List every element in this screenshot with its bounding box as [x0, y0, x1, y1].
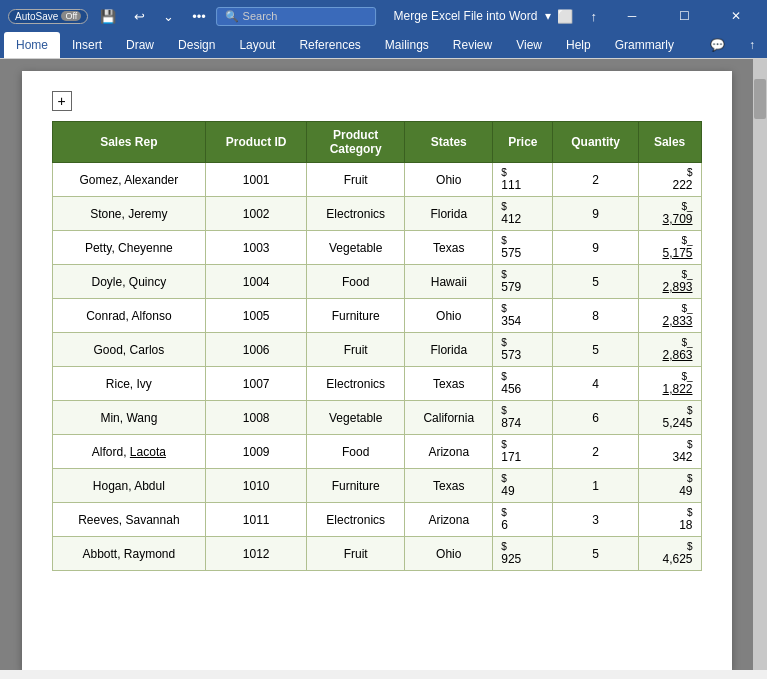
cell-sales-rep: Rice, Ivy: [52, 367, 206, 401]
document-area: + Sales Rep Product ID ProductCategory S…: [0, 59, 767, 670]
cell-state: Ohio: [405, 537, 493, 571]
cell-price: $354: [493, 299, 553, 333]
cell-quantity: 9: [553, 231, 638, 265]
add-row-button[interactable]: +: [52, 91, 72, 111]
title-bar: AutoSave Off 💾 ↩ ⌄ ••• 🔍 Search Merge Ex…: [0, 0, 767, 32]
cell-category: Vegetable: [307, 231, 405, 265]
cell-price: $111: [493, 163, 553, 197]
tab-draw[interactable]: Draw: [114, 32, 166, 58]
cell-sales-rep: Petty, Cheyenne: [52, 231, 206, 265]
tab-insert[interactable]: Insert: [60, 32, 114, 58]
cell-sales: $_2,893: [638, 265, 701, 299]
save-button[interactable]: 💾: [94, 7, 122, 26]
cell-product-id: 1001: [206, 163, 307, 197]
cell-product-id: 1004: [206, 265, 307, 299]
cell-product-id: 1006: [206, 333, 307, 367]
cell-sales: $_3,709: [638, 197, 701, 231]
table-row: Conrad, Alfonso1005FurnitureOhio$3548$_2…: [52, 299, 701, 333]
cell-category: Electronics: [307, 197, 405, 231]
table-row: Abbott, Raymond1012FruitOhio$9255$4,625: [52, 537, 701, 571]
autosave-label: AutoSave: [15, 11, 58, 22]
scroll-thumb[interactable]: [754, 79, 766, 119]
col-header-states: States: [405, 122, 493, 163]
cell-category: Furniture: [307, 469, 405, 503]
cell-sales-rep: Alford, Lacota: [52, 435, 206, 469]
col-header-sales-rep: Sales Rep: [52, 122, 206, 163]
title-bar-center: 🔍 Search Merge Excel File into Word ▾: [216, 7, 552, 26]
cell-state: Texas: [405, 367, 493, 401]
cell-price: $171: [493, 435, 553, 469]
cell-price: $579: [493, 265, 553, 299]
cell-product-id: 1005: [206, 299, 307, 333]
more-button[interactable]: •••: [186, 7, 212, 26]
ribbon: Home Insert Draw Design Layout Reference…: [0, 32, 767, 59]
cell-quantity: 5: [553, 333, 638, 367]
maximize-button[interactable]: ☐: [661, 0, 707, 32]
cell-category: Food: [307, 265, 405, 299]
document-title: Merge Excel File into Word: [394, 9, 538, 23]
undo-button[interactable]: ↩: [128, 7, 151, 26]
search-icon: 🔍: [225, 10, 239, 23]
redo-button[interactable]: ⌄: [157, 7, 180, 26]
cell-sales-rep: Good, Carlos: [52, 333, 206, 367]
cell-category: Furniture: [307, 299, 405, 333]
cell-category: Fruit: [307, 537, 405, 571]
tab-layout[interactable]: Layout: [227, 32, 287, 58]
minimize-button[interactable]: ─: [609, 0, 655, 32]
table-row: Reeves, Savannah1011ElectronicsArizona$6…: [52, 503, 701, 537]
cell-product-id: 1008: [206, 401, 307, 435]
cell-sales: $4,625: [638, 537, 701, 571]
cell-category: Electronics: [307, 503, 405, 537]
cell-product-id: 1007: [206, 367, 307, 401]
cell-sales-rep: Hogan, Abdul: [52, 469, 206, 503]
tab-share[interactable]: ↑: [737, 32, 767, 58]
data-table: Sales Rep Product ID ProductCategory Sta…: [52, 121, 702, 571]
col-header-product-category: ProductCategory: [307, 122, 405, 163]
share-button[interactable]: ↑: [585, 7, 604, 26]
tab-review[interactable]: Review: [441, 32, 504, 58]
cell-state: Texas: [405, 231, 493, 265]
cell-product-id: 1012: [206, 537, 307, 571]
document-scroll[interactable]: + Sales Rep Product ID ProductCategory S…: [0, 59, 753, 670]
cell-sales: $342: [638, 435, 701, 469]
cell-product-id: 1010: [206, 469, 307, 503]
search-placeholder: Search: [243, 10, 278, 22]
cell-sales-rep: Gomez, Alexander: [52, 163, 206, 197]
ribbon-toggle[interactable]: ⬜: [551, 7, 579, 26]
cell-price: $412: [493, 197, 553, 231]
cell-sales: $5,245: [638, 401, 701, 435]
cell-price: $6: [493, 503, 553, 537]
cell-quantity: 6: [553, 401, 638, 435]
cell-category: Vegetable: [307, 401, 405, 435]
title-dropdown-icon[interactable]: ▾: [545, 9, 551, 23]
tab-design[interactable]: Design: [166, 32, 227, 58]
search-box[interactable]: 🔍 Search: [216, 7, 376, 26]
cell-state: California: [405, 401, 493, 435]
tab-home[interactable]: Home: [4, 32, 60, 58]
tab-grammarly[interactable]: Grammarly: [603, 32, 686, 58]
cell-state: Florida: [405, 333, 493, 367]
cell-state: Texas: [405, 469, 493, 503]
tab-help[interactable]: Help: [554, 32, 603, 58]
cell-quantity: 1: [553, 469, 638, 503]
cell-sales-rep: Conrad, Alfonso: [52, 299, 206, 333]
cell-sales: $49: [638, 469, 701, 503]
cell-sales-rep: Abbott, Raymond: [52, 537, 206, 571]
vertical-scrollbar[interactable]: [753, 59, 767, 670]
cell-sales: $_5,175: [638, 231, 701, 265]
close-button[interactable]: ✕: [713, 0, 759, 32]
cell-sales-rep: Doyle, Quincy: [52, 265, 206, 299]
title-bar-left: AutoSave Off 💾 ↩ ⌄ •••: [8, 7, 212, 26]
cell-state: Ohio: [405, 163, 493, 197]
tab-references[interactable]: References: [287, 32, 372, 58]
autosave-toggle[interactable]: AutoSave Off: [8, 9, 88, 24]
cell-price: $49: [493, 469, 553, 503]
cell-category: Fruit: [307, 163, 405, 197]
table-row: Good, Carlos1006FruitFlorida$5735$_2,863: [52, 333, 701, 367]
cell-price: $575: [493, 231, 553, 265]
tab-mailings[interactable]: Mailings: [373, 32, 441, 58]
cell-sales: $18: [638, 503, 701, 537]
tab-comment[interactable]: 💬: [698, 32, 737, 58]
tab-view[interactable]: View: [504, 32, 554, 58]
cell-quantity: 2: [553, 435, 638, 469]
